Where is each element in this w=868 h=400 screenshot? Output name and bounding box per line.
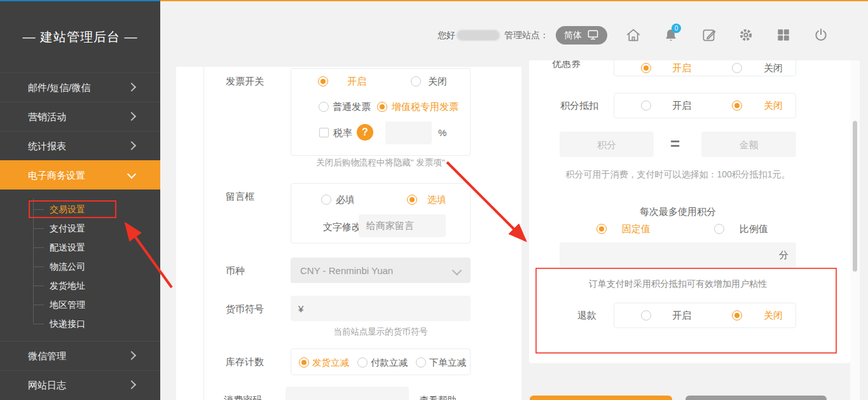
sidebar-item-mail-sms-wechat[interactable]: 邮件/短信/微信 (0, 72, 160, 102)
normal-invoice-radio[interactable] (319, 102, 329, 112)
stock-order-label: 下单立减 (429, 357, 466, 369)
notification-badge: 0 (672, 24, 681, 33)
points-on-label: 开启 (672, 100, 691, 112)
pay-password-input[interactable] (286, 387, 409, 400)
message-box-group: 必填 选填 文字修改 (291, 183, 471, 244)
sidebar-item-label: 统计报表 (28, 141, 66, 151)
invoice-switch-label: 发票开关 (226, 76, 264, 88)
scrollbar-thumb[interactable] (853, 121, 857, 272)
coupon-off-label: 关闭 (764, 62, 783, 74)
message-box-label: 留言框 (226, 191, 254, 203)
stock-pay-label: 付款立减 (371, 357, 408, 369)
sidebar-item-marketing[interactable]: 营销活动 (0, 102, 160, 131)
sidebar-item-wechat-management[interactable]: 微信管理 (0, 341, 160, 370)
refund-off-radio[interactable] (732, 310, 742, 321)
sidebar-subitem-region-management[interactable]: 地区管理 (0, 295, 160, 314)
subitem-label: 物流公司 (50, 261, 85, 272)
message-optional-radio[interactable] (407, 195, 417, 205)
greeting-text: 您好 (437, 30, 455, 41)
currency-label: 币种 (226, 265, 245, 277)
refund-off-label: 关闭 (764, 310, 783, 322)
manage-site-label: 管理站点： (504, 30, 549, 41)
subitem-label: 配送设置 (50, 242, 85, 252)
invoice-off-radio[interactable] (411, 76, 421, 86)
sidebar-item-label: 营销活动 (28, 111, 66, 122)
sidebar-nav: 邮件/短信/微信 营销活动 统计报表 电子商务设置 交易设置 (0, 72, 160, 399)
coupon-on-label: 开启 (672, 62, 691, 74)
edit-icon[interactable] (701, 27, 717, 43)
coupon-group: 开启 关闭 (614, 60, 796, 76)
currency-select[interactable]: CNY - Renminbi Yuan (291, 258, 471, 283)
sticky-hint: 订单支付时采用积分抵扣可有效增加用户粘性 (529, 279, 827, 290)
equals-sign: = (670, 134, 680, 154)
sidebar-subitem-delivery-settings[interactable]: 配送设置 (0, 238, 160, 257)
subitem-label: 交易设置 (50, 204, 85, 214)
home-icon[interactable] (625, 27, 642, 43)
invoice-on-radio[interactable] (318, 76, 328, 86)
message-text-input[interactable] (359, 214, 446, 237)
apps-grid-icon[interactable] (775, 27, 792, 43)
sidebar-item-label: 邮件/短信/微信 (28, 82, 90, 93)
tax-rate-input[interactable] (385, 121, 432, 144)
fixed-value-radio[interactable] (596, 224, 607, 234)
stock-order-radio[interactable] (416, 357, 426, 368)
sidebar-item-statistics[interactable]: 统计报表 (0, 131, 160, 160)
points-deduction-group: 开启 关闭 (614, 93, 796, 118)
settings-gear-icon[interactable] (738, 27, 754, 43)
site-language-button[interactable]: 简体 (556, 26, 607, 45)
vat-invoice-radio[interactable] (377, 102, 387, 112)
power-icon[interactable] (813, 27, 829, 43)
sidebar-item-ecommerce-settings[interactable]: 电子商务设置 (0, 160, 160, 190)
subitem-label: 发货地址 (50, 280, 85, 291)
ecommerce-submenu: 交易设置 支付设置 配送设置 物流公司 发货地址 (0, 190, 160, 341)
save-button[interactable] (530, 396, 672, 400)
site-language-label: 简体 (564, 30, 582, 41)
sidebar: — 建站管理后台 — 邮件/短信/微信 营销活动 统计报表 电子商务设置 (0, 1, 160, 400)
coupon-on-radio[interactable] (641, 63, 651, 73)
points-deduction-label: 积分抵扣 (560, 100, 598, 112)
stock-ship-radio[interactable] (299, 357, 309, 368)
chevron-down-icon (452, 266, 462, 276)
trade-settings-right-panel: 优惠券 开启 关闭 积分抵扣 开启 关闭 = 积分可用于消费，支付时可以选择如：… (529, 60, 850, 363)
cancel-button[interactable] (685, 396, 827, 400)
amount-box[interactable] (701, 132, 796, 157)
sidebar-subitem-shipping-address[interactable]: 发货地址 (0, 276, 160, 295)
coupon-label: 优惠券 (552, 60, 581, 70)
sidebar-subitem-express-api[interactable]: 快递接口 (0, 314, 160, 333)
chevron-right-icon (127, 350, 136, 359)
tree-tick (33, 209, 44, 210)
sidebar-subitem-logistics-company[interactable]: 物流公司 (0, 257, 160, 276)
currency-value: CNY - Renminbi Yuan (300, 265, 393, 276)
max-points-input[interactable] (560, 242, 796, 268)
pay-password-help-link[interactable]: 查看帮助 (420, 394, 457, 400)
help-question-icon[interactable]: ? (357, 124, 373, 141)
monitor-icon (587, 29, 599, 43)
topbar: 您好 管理站点： 简体 0 (160, 1, 868, 60)
chevron-right-icon (127, 141, 136, 149)
invoice-off-label: 关闭 (428, 76, 447, 88)
ratio-value-radio[interactable] (714, 224, 724, 234)
sidebar-subitem-trade-settings[interactable]: 交易设置 (0, 200, 160, 219)
stock-pay-radio[interactable] (357, 357, 368, 368)
notification-bell-icon[interactable]: 0 (663, 27, 679, 43)
refund-on-radio[interactable] (641, 310, 651, 321)
points-off-radio[interactable] (732, 100, 742, 111)
ratio-value-label: 比例值 (740, 223, 768, 235)
currency-symbol-hint: 当前站点显示的货币符号 (291, 326, 471, 338)
points-box[interactable] (560, 132, 654, 157)
tax-rate-checkbox[interactable] (319, 128, 329, 137)
sidebar-subitem-payment-settings[interactable]: 支付设置 (0, 219, 160, 238)
tree-tick (33, 324, 44, 324)
sidebar-item-site-logs[interactable]: 网站日志 (0, 370, 160, 399)
invoice-on-label: 开启 (347, 76, 366, 88)
trade-settings-left-panel: 发票开关 开启 关闭 普通发票 增值税专用发票 税率 ? % 关闭后购物流程中将… (176, 67, 521, 400)
points-on-radio[interactable] (641, 100, 651, 111)
currency-symbol-input[interactable] (291, 296, 471, 321)
invoice-hint: 关闭后购物流程中将隐藏" 发票项" (291, 157, 471, 169)
coupon-off-radio[interactable] (732, 63, 742, 73)
refund-on-label: 开启 (672, 310, 691, 322)
scrollbar-track[interactable] (850, 60, 860, 400)
tree-tick (33, 286, 44, 286)
chevron-right-icon (127, 111, 136, 120)
message-required-radio[interactable] (321, 195, 331, 205)
